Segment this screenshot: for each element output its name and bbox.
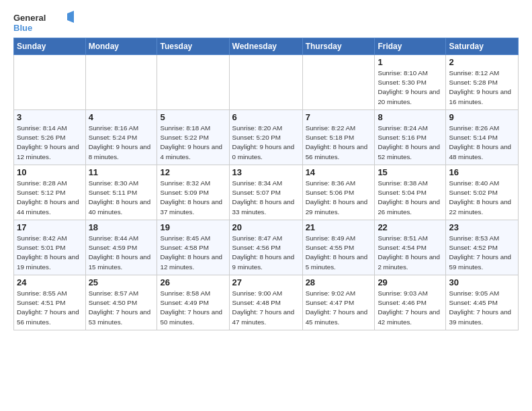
day-detail: Sunrise: 8:32 AMSunset: 5:09 PMDaylight:… — [160, 179, 226, 217]
day-number: 8 — [378, 112, 443, 122]
day-detail: Sunrise: 8:26 AMSunset: 5:14 PMDaylight:… — [449, 124, 515, 162]
day-number: 25 — [89, 277, 154, 287]
calendar-cell: 18Sunrise: 8:44 AMSunset: 4:59 PMDayligh… — [85, 220, 157, 275]
day-number: 5 — [160, 112, 226, 122]
calendar-cell: 25Sunrise: 8:57 AMSunset: 4:50 PMDayligh… — [85, 275, 157, 330]
day-detail: Sunrise: 8:47 AMSunset: 4:56 PMDaylight:… — [232, 234, 300, 272]
logo: General Blue — [13, 11, 74, 35]
weekday-header-tuesday: Tuesday — [157, 38, 229, 55]
week-row-5: 24Sunrise: 8:55 AMSunset: 4:51 PMDayligh… — [14, 275, 519, 330]
day-number: 17 — [17, 222, 83, 232]
calendar-cell: 21Sunrise: 8:49 AMSunset: 4:55 PMDayligh… — [302, 220, 375, 275]
day-number: 4 — [89, 112, 154, 122]
day-number: 15 — [378, 167, 443, 177]
day-number: 21 — [306, 222, 372, 232]
calendar-cell: 9Sunrise: 8:26 AMSunset: 5:14 PMDaylight… — [446, 110, 519, 165]
day-number: 12 — [160, 167, 226, 177]
day-number: 29 — [378, 277, 443, 287]
day-number: 14 — [306, 167, 372, 177]
day-number: 23 — [449, 222, 515, 232]
day-detail: Sunrise: 8:36 AMSunset: 5:06 PMDaylight:… — [306, 179, 372, 217]
page: General Blue SundayMondayTuesdayWednesda… — [0, 0, 532, 337]
day-number: 24 — [17, 277, 83, 287]
weekday-header-friday: Friday — [375, 38, 446, 55]
calendar-cell: 14Sunrise: 8:36 AMSunset: 5:06 PMDayligh… — [302, 165, 375, 220]
day-number: 16 — [449, 167, 515, 177]
day-detail: Sunrise: 8:24 AMSunset: 5:16 PMDaylight:… — [378, 124, 443, 162]
weekday-header-row: SundayMondayTuesdayWednesdayThursdayFrid… — [14, 38, 519, 55]
calendar-cell: 15Sunrise: 8:38 AMSunset: 5:04 PMDayligh… — [375, 165, 446, 220]
day-detail: Sunrise: 9:05 AMSunset: 4:45 PMDaylight:… — [449, 289, 515, 327]
day-detail: Sunrise: 8:40 AMSunset: 5:02 PMDaylight:… — [449, 179, 515, 217]
calendar-cell: 19Sunrise: 8:45 AMSunset: 4:58 PMDayligh… — [157, 220, 229, 275]
svg-text:Blue: Blue — [13, 23, 32, 33]
day-detail: Sunrise: 8:22 AMSunset: 5:18 PMDaylight:… — [306, 124, 372, 162]
calendar-cell — [229, 55, 302, 110]
day-number: 19 — [160, 222, 226, 232]
calendar-cell: 2Sunrise: 8:12 AMSunset: 5:28 PMDaylight… — [446, 55, 519, 110]
weekday-header-thursday: Thursday — [302, 38, 375, 55]
day-number: 28 — [306, 277, 372, 287]
day-detail: Sunrise: 8:49 AMSunset: 4:55 PMDaylight:… — [306, 234, 372, 272]
calendar-cell: 7Sunrise: 8:22 AMSunset: 5:18 PMDaylight… — [302, 110, 375, 165]
calendar-cell: 12Sunrise: 8:32 AMSunset: 5:09 PMDayligh… — [157, 165, 229, 220]
weekday-header-wednesday: Wednesday — [229, 38, 302, 55]
svg-marker-2 — [67, 11, 74, 23]
calendar-cell — [85, 55, 157, 110]
calendar-cell: 28Sunrise: 9:02 AMSunset: 4:47 PMDayligh… — [302, 275, 375, 330]
calendar-cell: 22Sunrise: 8:51 AMSunset: 4:54 PMDayligh… — [375, 220, 446, 275]
day-number: 9 — [449, 112, 515, 122]
day-number: 3 — [17, 112, 83, 122]
calendar-cell: 6Sunrise: 8:20 AMSunset: 5:20 PMDaylight… — [229, 110, 302, 165]
logo-svg: General Blue — [13, 11, 74, 35]
calendar-table: SundayMondayTuesdayWednesdayThursdayFrid… — [13, 38, 519, 330]
calendar-cell: 1Sunrise: 8:10 AMSunset: 5:30 PMDaylight… — [375, 55, 446, 110]
day-detail: Sunrise: 9:00 AMSunset: 4:48 PMDaylight:… — [232, 289, 300, 327]
calendar-cell: 13Sunrise: 8:34 AMSunset: 5:07 PMDayligh… — [229, 165, 302, 220]
calendar-cell: 30Sunrise: 9:05 AMSunset: 4:45 PMDayligh… — [446, 275, 519, 330]
day-number: 10 — [17, 167, 83, 177]
day-detail: Sunrise: 8:16 AMSunset: 5:24 PMDaylight:… — [89, 124, 154, 162]
calendar-cell: 26Sunrise: 8:58 AMSunset: 4:49 PMDayligh… — [157, 275, 229, 330]
day-detail: Sunrise: 8:28 AMSunset: 5:12 PMDaylight:… — [17, 179, 83, 217]
day-detail: Sunrise: 8:10 AMSunset: 5:30 PMDaylight:… — [378, 68, 443, 107]
calendar-cell: 4Sunrise: 8:16 AMSunset: 5:24 PMDaylight… — [85, 110, 157, 165]
weekday-header-saturday: Saturday — [446, 38, 519, 55]
day-number: 1 — [378, 57, 443, 67]
day-number: 30 — [449, 277, 515, 287]
calendar-cell — [14, 55, 86, 110]
header: General Blue — [13, 11, 519, 35]
day-detail: Sunrise: 8:18 AMSunset: 5:22 PMDaylight:… — [160, 124, 226, 162]
day-number: 26 — [160, 277, 226, 287]
day-number: 7 — [306, 112, 372, 122]
calendar-cell: 20Sunrise: 8:47 AMSunset: 4:56 PMDayligh… — [229, 220, 302, 275]
day-detail: Sunrise: 8:57 AMSunset: 4:50 PMDaylight:… — [89, 289, 154, 327]
calendar-cell: 3Sunrise: 8:14 AMSunset: 5:26 PMDaylight… — [14, 110, 86, 165]
day-number: 11 — [89, 167, 154, 177]
calendar-cell: 5Sunrise: 8:18 AMSunset: 5:22 PMDaylight… — [157, 110, 229, 165]
calendar-cell: 16Sunrise: 8:40 AMSunset: 5:02 PMDayligh… — [446, 165, 519, 220]
calendar-cell: 17Sunrise: 8:42 AMSunset: 5:01 PMDayligh… — [14, 220, 86, 275]
day-number: 6 — [232, 112, 300, 122]
calendar-cell: 27Sunrise: 9:00 AMSunset: 4:48 PMDayligh… — [229, 275, 302, 330]
week-row-2: 3Sunrise: 8:14 AMSunset: 5:26 PMDaylight… — [14, 110, 519, 165]
svg-text:General: General — [13, 13, 46, 23]
day-detail: Sunrise: 8:55 AMSunset: 4:51 PMDaylight:… — [17, 289, 83, 327]
calendar-cell: 23Sunrise: 8:53 AMSunset: 4:52 PMDayligh… — [446, 220, 519, 275]
day-detail: Sunrise: 8:30 AMSunset: 5:11 PMDaylight:… — [89, 179, 154, 217]
calendar-cell: 11Sunrise: 8:30 AMSunset: 5:11 PMDayligh… — [85, 165, 157, 220]
day-detail: Sunrise: 8:38 AMSunset: 5:04 PMDaylight:… — [378, 179, 443, 217]
day-number: 18 — [89, 222, 154, 232]
day-detail: Sunrise: 8:51 AMSunset: 4:54 PMDaylight:… — [378, 234, 443, 272]
calendar-cell: 10Sunrise: 8:28 AMSunset: 5:12 PMDayligh… — [14, 165, 86, 220]
week-row-1: 1Sunrise: 8:10 AMSunset: 5:30 PMDaylight… — [14, 55, 519, 110]
day-number: 20 — [232, 222, 300, 232]
day-detail: Sunrise: 8:58 AMSunset: 4:49 PMDaylight:… — [160, 289, 226, 327]
weekday-header-monday: Monday — [85, 38, 157, 55]
calendar-cell: 8Sunrise: 8:24 AMSunset: 5:16 PMDaylight… — [375, 110, 446, 165]
day-detail: Sunrise: 9:02 AMSunset: 4:47 PMDaylight:… — [306, 289, 372, 327]
weekday-header-sunday: Sunday — [14, 38, 86, 55]
day-detail: Sunrise: 9:03 AMSunset: 4:46 PMDaylight:… — [378, 289, 443, 327]
calendar-cell — [157, 55, 229, 110]
day-detail: Sunrise: 8:14 AMSunset: 5:26 PMDaylight:… — [17, 124, 83, 162]
